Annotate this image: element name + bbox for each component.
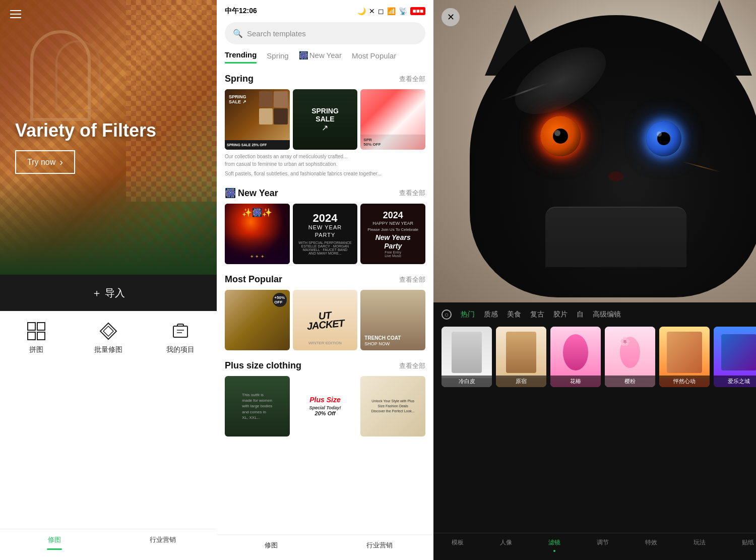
hero-text: Variety of Filters Try now: [15, 119, 156, 174]
new-year-section: 🎆New Year 查看全部 ✨🎆✨ ✦ ✦ ✦: [217, 181, 433, 268]
filter-label-harajuku: 原宿: [496, 376, 546, 387]
tool-effects[interactable]: 特效: [627, 538, 675, 552]
collage-icon: [26, 321, 46, 341]
left-panel: Variety of Filters Try now ＋ 导入 拼图: [0, 0, 217, 560]
filter-thumb-camellia[interactable]: 花椿: [550, 327, 601, 387]
ny-template-3[interactable]: 2024 HAPPY NEW YEAR Please Join Us To Ce…: [360, 204, 425, 264]
hero-section: Variety of Filters Try now: [0, 0, 217, 275]
filter-tab-auto[interactable]: 自: [577, 310, 584, 319]
ps-template-1[interactable]: This outfit ismade for womenwith large b…: [225, 376, 290, 437]
icon-grid: 拼图 批量修图 我的项目: [0, 311, 217, 359]
spring-description: Our collection boasts an array of meticu…: [225, 153, 425, 168]
svg-rect-1: [37, 323, 45, 330]
most-popular-templates: +50%OFF UTJACKET WINTER EDITION TRENCH C…: [225, 290, 425, 350]
middle-bottom-nav: 修图 行业营销: [217, 534, 433, 560]
spring-more[interactable]: 查看全部: [399, 75, 425, 84]
tool-template[interactable]: 模板: [433, 538, 482, 552]
middle-nav-edit[interactable]: 修图: [217, 541, 325, 550]
hero-title: Variety of Filters: [15, 119, 156, 141]
screen-icon: ◻: [378, 7, 384, 15]
filter-tab-film[interactable]: 胶片: [553, 310, 568, 319]
template-scroll[interactable]: Spring 查看全部 SPRING SALE 25% OFF: [217, 68, 433, 534]
spring-template-2[interactable]: SPRINGSALE ↗: [293, 89, 358, 150]
middle-nav-marketing[interactable]: 行业营销: [325, 541, 433, 550]
new-year-templates: ✨🎆✨ ✦ ✦ ✦ 2024 NEW YEARPARTY WITH SPECIA…: [225, 204, 425, 264]
filter-tab-advanced[interactable]: 高级编镜: [593, 310, 621, 319]
import-button[interactable]: ＋ 导入: [0, 275, 217, 311]
pop-template-2[interactable]: UTJACKET WINTER EDITION: [293, 290, 358, 350]
svg-rect-0: [28, 323, 35, 330]
nav-marketing[interactable]: 行业营销: [108, 535, 217, 550]
tab-most-popular[interactable]: Most Popular: [352, 51, 396, 63]
tab-bar: Trending Spring 🎆New Year Most Popular: [217, 50, 433, 64]
spring-title: Spring: [225, 74, 254, 84]
tool-sticker[interactable]: 贴纸: [724, 538, 756, 552]
filter-label-camellia: 花椿: [550, 376, 601, 387]
tool-adjust[interactable]: 调节: [579, 538, 627, 552]
no-filter-button[interactable]: ○: [442, 309, 452, 320]
arch-2: [55, 40, 101, 111]
nav-edit-label: 修图: [48, 535, 61, 544]
filter-tab-hot[interactable]: 热门: [461, 310, 475, 319]
tool-effects-label: 特效: [645, 538, 657, 547]
search-bar[interactable]: 🔍 Search templates: [225, 22, 425, 44]
collage-item[interactable]: 拼图: [0, 321, 72, 354]
batch-icon: [98, 321, 118, 341]
ps-template-2[interactable]: Plus Size Special Today! 20% Off: [293, 376, 358, 437]
filter-tab-food[interactable]: 美食: [507, 310, 521, 319]
ny-template-1[interactable]: ✨🎆✨ ✦ ✦ ✦: [225, 204, 290, 264]
spring-template-3[interactable]: SPR50% OFF: [360, 89, 425, 150]
filter-label-la-la-land: 爱乐之城: [714, 376, 756, 387]
filter-thumb-cherry[interactable]: 🌸 樱粉: [605, 327, 655, 387]
pop-template-3[interactable]: TRENCH COATSHOP NOW: [360, 290, 425, 350]
battery-icon: ■■■: [410, 7, 425, 15]
svg-rect-2: [28, 332, 35, 340]
filter-label-heartbeat: 怦然心动: [659, 376, 710, 387]
left-bottom-nav: 修图 行业营销: [0, 529, 217, 560]
active-indicator: [47, 548, 62, 550]
tool-filter[interactable]: 滤镜: [530, 538, 579, 552]
menu-button[interactable]: [10, 10, 21, 18]
spring-template-1[interactable]: SPRING SALE 25% OFF SPRINGSALE ↗: [225, 89, 290, 150]
batch-item[interactable]: 批量修图: [72, 321, 144, 354]
nav-edit[interactable]: 修图: [0, 535, 108, 550]
most-popular-section: Most Popular 查看全部 +50%OFF UTJACKET WINTE…: [217, 268, 433, 354]
svg-rect-6: [173, 326, 187, 337]
plus-size-section-header: Plus size clothing 查看全部: [225, 360, 425, 371]
new-year-more[interactable]: 查看全部: [399, 189, 425, 198]
filter-thumb-heartbeat[interactable]: 怦然心动: [659, 327, 710, 387]
cat-character: [470, 15, 756, 297]
tab-spring[interactable]: Spring: [267, 51, 288, 63]
tool-fun[interactable]: 玩法: [675, 538, 724, 552]
tool-portrait-label: 人像: [500, 538, 512, 547]
ps-template-3[interactable]: Unlock Your Style with PlusSize Fashion …: [360, 376, 425, 437]
most-popular-more[interactable]: 查看全部: [399, 275, 425, 284]
filter-thumb-cold-white[interactable]: 冷白皮: [442, 327, 492, 387]
tab-new-year[interactable]: 🎆New Year: [299, 51, 342, 63]
filter-thumbnails: 冷白皮 原宿 花椿 🌸 樱粉: [433, 325, 756, 533]
filter-tab-quality[interactable]: 质感: [484, 310, 498, 319]
signal-icon: 📶: [387, 7, 396, 15]
middle-panel: 中午12:06 🌙 ✕ ◻ 📶 📡 ■■■ 🔍 Search templates…: [217, 0, 433, 560]
search-icon: 🔍: [233, 29, 243, 38]
new-year-section-header: 🎆New Year 查看全部: [225, 188, 425, 199]
tool-portrait[interactable]: 人像: [482, 538, 530, 552]
projects-item[interactable]: 我的项目: [145, 321, 217, 354]
pop-template-1[interactable]: +50%OFF: [225, 290, 290, 350]
search-input[interactable]: Search templates: [247, 29, 306, 38]
ny-template-2[interactable]: 2024 NEW YEARPARTY WITH SPECIAL PERFORMA…: [293, 204, 358, 264]
middle-nav-marketing-label: 行业营销: [366, 541, 393, 550]
filter-thumb-harajuku[interactable]: 原宿: [496, 327, 546, 387]
new-year-title: 🎆New Year: [225, 188, 278, 199]
close-button[interactable]: ✕: [442, 8, 460, 26]
status-icons: 🌙 ✕ ◻ 📶 📡 ■■■: [357, 7, 425, 15]
right-bottom-panel: ○ 热门 质感 美食 复古 胶片 自 高级编镜 冷白皮 原宿: [433, 302, 756, 560]
plus-size-title: Plus size clothing: [225, 360, 301, 371]
wifi-icon: 📡: [399, 7, 407, 15]
moon-icon: 🌙: [357, 7, 366, 15]
filter-thumb-la-la-land[interactable]: 爱乐之城: [714, 327, 756, 387]
filter-tab-retro[interactable]: 复古: [530, 310, 544, 319]
try-now-button[interactable]: Try now: [15, 150, 75, 174]
tab-trending[interactable]: Trending: [225, 50, 257, 64]
plus-size-more[interactable]: 查看全部: [399, 361, 425, 370]
